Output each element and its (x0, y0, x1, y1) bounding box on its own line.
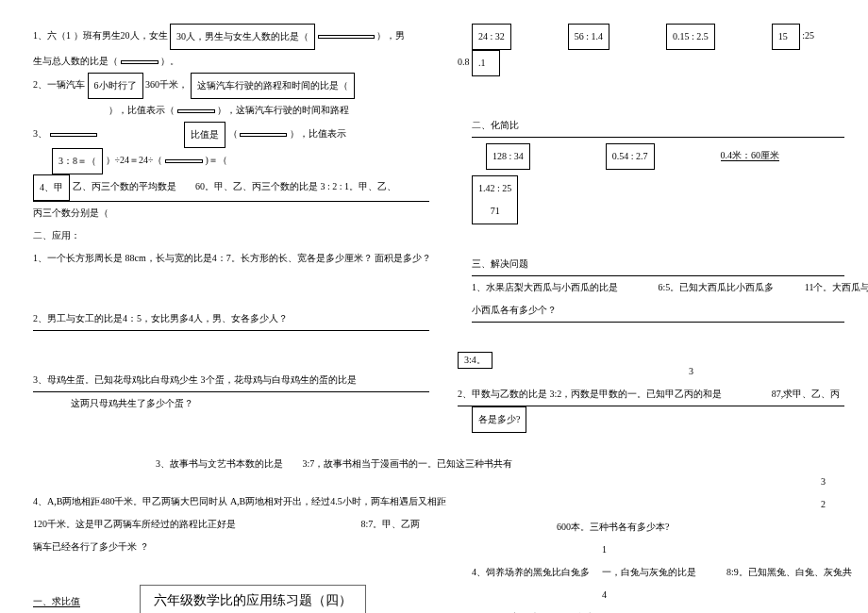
q9c-text: 8:7。甲、乙两 (361, 519, 421, 529)
r4b: 71 (491, 206, 500, 216)
q4d-text: 丙三个数分别是（ (33, 207, 108, 218)
r8d-line: 有54只，这三种兔子各有多少只? (472, 606, 844, 613)
q2e-line: ），比值表示（ ），这辆汽车行驶的时间和路程 (33, 99, 429, 122)
q5-text: 1、一个长方形周长是 88cm，长与宽的比是4：7。长方形的长、宽各是多少厘米？… (33, 253, 431, 263)
q1-blank1: 30人，男生与女生人数的比是（ (170, 24, 315, 50)
r8b: 一，白兔与灰兔的比是 (602, 567, 696, 577)
r1d: 15 (772, 24, 800, 50)
r3a: 128 : 34 (486, 143, 530, 170)
r6num: 3 (689, 366, 693, 376)
q2h-blank (240, 133, 287, 137)
sec2r-line: 二、化简比 (472, 114, 844, 138)
r3b: 0.54 : 2.7 (606, 143, 655, 170)
r7num1-line: 3 (472, 471, 826, 493)
q5-line: 1、一个长方形周长是 88cm，长与宽的比是4：7。长方形的长、宽各是多少厘米？… (33, 247, 429, 270)
q4d-line: 丙三个数分别是（ (33, 202, 429, 224)
q7c-text: 这两只母鸡共生了多少个蛋？ (71, 398, 193, 408)
q9a-line: 4、A,B两地相距480千米。甲乙两辆大巴同时从 A,B两地相对开出，经过4.5… (33, 490, 429, 513)
r6b: 87,求甲、乙、丙 (772, 389, 841, 399)
q2e-blank (177, 109, 215, 113)
r6a: 2、甲数与乙数的比是 3:2，丙数是甲数的一。已知甲乙丙的和是 (458, 389, 722, 399)
footer-left-line: 一、求比值 六年级数学比的应用练习题（四） (33, 585, 429, 613)
q9b-line: 120千米。这是甲乙两辆车所经过的路程比正好是 8:7。甲、乙两 (33, 513, 429, 536)
r8a: 4、饲养场养的黑兔比白兔多 (472, 567, 590, 577)
r8c: 8:9。已知黑兔、白兔、灰兔共 (726, 567, 852, 577)
r1a: 24 : 32 (472, 24, 511, 50)
r1-line: 24 : 32 56 : 1.4 0.15 : 2.5 15 :25 (472, 24, 844, 50)
r5d-line: 小西瓜各有多少个？ (472, 299, 844, 323)
r5d: 小西瓜各有多少个？ (472, 305, 557, 315)
q3a-blank: 3：8＝（ (52, 148, 103, 174)
r8num1: 1 (602, 544, 607, 555)
r8num1-line: 1 (602, 538, 844, 561)
q3-text: 3、 (33, 128, 47, 139)
q9d-text: 辆车已经各行了多少千米 ？ (33, 541, 149, 552)
r2-line: 0.8 .1 (458, 50, 844, 76)
q8-line: 3、故事书与文艺书本数的比是 3:7，故事书相当于漫画书的一。已知这三种书共有 (156, 453, 429, 475)
q7a-text: 3、母鸡生蛋。已知花母鸡比白母鸡少生 3个蛋，花母鸡与白母鸡生的蛋的比是 (33, 374, 357, 385)
r6c: 各是多少? (472, 406, 526, 433)
r2a: 0.8 (458, 57, 470, 67)
q2g-blank: 比值是 (184, 122, 225, 148)
r7a: 600本。三种书各有多少本? (557, 522, 669, 532)
r8num2: 4 (602, 589, 607, 600)
r5c: 11个。大西瓜与 (805, 282, 868, 292)
r6c-line: 各是多少? (472, 406, 844, 433)
q4a-blank: 4、甲 (33, 174, 70, 201)
title-4-box: 六年级数学比的应用练习题（四） (140, 585, 366, 613)
r6num-line: 3 (689, 360, 844, 383)
q1-line: 1、六（1 ）班有男生20人，女生 30人，男生与女生人数的比是（ ），男 (33, 24, 429, 50)
footer-a-text: 一、求比值 (33, 596, 80, 607)
q1-blank2 (318, 35, 375, 39)
q9b-text: 120千米。这是甲乙两辆车所经过的路程比正好是 (33, 519, 236, 529)
q9a-text: 4、A,B两地相距480千米。甲乙两辆大巴同时从 A,B两地相对开出，经过4.5… (33, 496, 446, 506)
sec2r-text: 二、化简比 (472, 120, 519, 130)
r3-line: 128 : 34 0.54 : 2.7 0.4米：60厘米 (472, 143, 844, 170)
q2c-text: 360千米， (145, 79, 188, 90)
q2-blank2: 这辆汽车行驶的路程和时间的比是（ (191, 73, 355, 99)
q6-text: 2、男工与女工的比是4：5，女比男多4人，男、女各多少人？ (33, 313, 288, 323)
q3c-text: )＝（ (205, 155, 226, 165)
q1e-text: ）。 (160, 56, 179, 66)
r5-line: 1、水果店梨大西瓜与小西瓜的比是 6:5。已知大西瓜比小西瓜多 11个。大西瓜与 (472, 276, 844, 299)
q2-text: 2、一辆汽车 (33, 79, 85, 90)
r4a: 1.42 : 25 (478, 183, 511, 193)
q8a-text: 3、故事书与文艺书本数的比是 (156, 458, 283, 469)
q4c-text: 60。甲、乙、丙三个数的比是 3 : 2 : 1。甲、乙、 (195, 181, 396, 191)
q3b-blank (165, 159, 203, 163)
r3c: 0.4米：60厘米 (721, 150, 780, 161)
r8num2-line: 4 (602, 584, 844, 606)
sec2-line: 二、应用： (33, 224, 429, 247)
q4b-text: 乙、丙三个数的平均数是 (73, 181, 176, 191)
r2b: .1 (472, 50, 500, 76)
r7num1: 3 (821, 476, 826, 487)
r4-line: 1.42 : 25 71 (472, 175, 844, 224)
q2-blank1: 6小时行了 (88, 73, 143, 99)
q9d-line: 辆车已经各行了多少千米 ？ (33, 536, 429, 558)
q1d-text: 生与总人数的比是（ (33, 56, 118, 66)
q6-line: 2、男工与女工的比是4：5，女比男多4人，男、女各多少人？ (33, 307, 429, 331)
q7a-line: 3、母鸡生蛋。已知花母鸡比白母鸡少生 3个蛋，花母鸡与白母鸡生的蛋的比是 (33, 369, 429, 392)
q7b-box: 3:4。 (458, 352, 492, 369)
sec3-line: 三、解决问题 (472, 253, 844, 276)
sec3-text: 三、解决问题 (472, 258, 528, 269)
r7a-line: 600本。三种书各有多少本? (557, 516, 844, 538)
q1d-line: 生与总人数的比是（ ）。 (33, 50, 429, 73)
r5b: 6:5。已知大西瓜比小西瓜多 (659, 282, 775, 292)
r5a: 1、水果店梨大西瓜与小西瓜的比是 (472, 282, 618, 292)
q2-line: 2、一辆汽车 6小时行了 360千米， 这辆汽车行驶的路程和时间的比是（ (33, 73, 429, 99)
q4-line: 4、甲 乙、丙三个数的平均数是 60。甲、乙、丙三个数的比是 3 : 2 : 1… (33, 174, 429, 202)
q3b-line: 3：8＝（ ）÷24＝24÷（ )＝（ (52, 148, 429, 174)
q3row-line: 3、 比值是 （ ），比值表示 (33, 122, 429, 148)
q1-tail: ），男 (376, 30, 405, 41)
r1e: :25 (802, 30, 814, 41)
r4-frac: 1.42 : 25 71 (472, 175, 518, 224)
q2h-text: （ (228, 128, 238, 139)
q2e-text: ），比值表示（ (108, 105, 175, 115)
q1-text: 1、六（1 ）班有男生20人，女生 (33, 30, 168, 41)
q2i-text: ），比值表示 (290, 128, 346, 139)
q7c-line: 这两只母鸡共生了多少个蛋？ (71, 392, 429, 415)
r6a-line: 2、甲数与乙数的比是 3:2，丙数是甲数的一。已知甲乙丙的和是 87,求甲、乙、… (458, 383, 844, 406)
q2f-text: ），这辆汽车行驶的时间和路程 (217, 105, 349, 115)
r1c: 0.15 : 2.5 (666, 24, 715, 50)
